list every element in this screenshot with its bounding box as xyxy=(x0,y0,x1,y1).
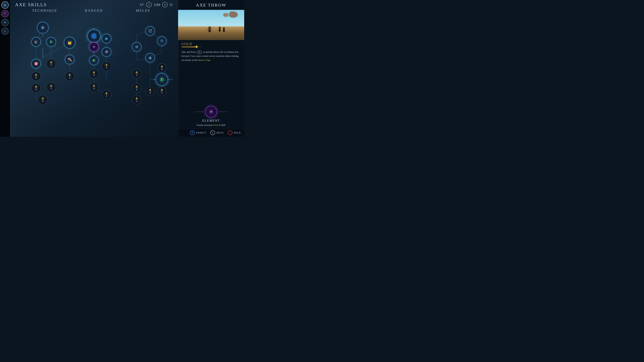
rock1 xyxy=(229,11,238,17)
skill-node-axe-tech[interactable]: 🪓 xyxy=(65,55,74,64)
skill-preview-image xyxy=(178,10,244,40)
scene-ground xyxy=(178,26,244,40)
skill-node-gear[interactable]: ⚙ xyxy=(37,22,48,33)
element-line-left xyxy=(194,112,204,112)
hammer-icon: ⊤ xyxy=(4,12,6,15)
button-l: L xyxy=(210,130,215,135)
skill-rating: GOLD xyxy=(178,40,244,49)
skill-node-locked-m6[interactable]: 🔒 5 xyxy=(132,95,142,104)
skill-node-locked-6[interactable]: 🔒 6 xyxy=(38,95,48,104)
desc-text-3: . xyxy=(210,59,211,61)
warriors-scene xyxy=(198,21,232,34)
element-row: ✳ xyxy=(194,106,229,118)
skill-node-dragon-ranged[interactable]: 🐲 xyxy=(89,56,98,65)
skill-node-wing-left[interactable]: 🦅 xyxy=(31,37,41,46)
skill-node-locked-1[interactable]: 🔒 3 xyxy=(46,59,56,68)
skill-node-locked-r3[interactable]: 🔒 4 xyxy=(89,82,98,92)
rating-bar xyxy=(182,46,202,47)
element-desc-text2: of skill. xyxy=(218,124,226,126)
skill-description: Aim and Press R1 to quickly throw the Le… xyxy=(178,49,244,104)
skill-node-locked-m1[interactable]: 🔒 3 xyxy=(132,69,142,78)
skill-node-locked-4[interactable]: 🔒 5 xyxy=(46,82,56,92)
skill-node-locked-r4[interactable]: 🔒 5 xyxy=(102,90,111,99)
shield-icon: ✕ xyxy=(4,21,6,24)
inspect-label: INSPECT xyxy=(196,131,206,134)
skill-tree-title: AXE SKILLS xyxy=(15,2,47,7)
control-move[interactable]: L MOVE xyxy=(210,130,224,135)
axe-icon: ⊗ xyxy=(4,3,6,7)
skill-node-highlighted-ranged[interactable]: ✳ xyxy=(89,42,98,52)
right-panel: AXE THROW xyxy=(178,0,244,137)
svg-point-41 xyxy=(208,29,211,32)
element-symbol: ✳ xyxy=(209,109,213,114)
skill-node-dragon-melee[interactable]: 🐉 xyxy=(156,73,168,86)
rating-fill xyxy=(182,46,196,47)
skill-node-locked-m4[interactable]: 🔒 4 xyxy=(132,83,142,93)
svg-line-44 xyxy=(210,27,212,29)
sidebar-icon-character[interactable]: ☺ xyxy=(1,27,9,35)
svg-point-45 xyxy=(219,29,221,32)
button-o: ○ xyxy=(228,130,232,135)
skill-node-trident[interactable]: ⊕ xyxy=(146,53,155,62)
skill-node-circular[interactable]: ↺ xyxy=(132,42,142,52)
button-x: ✕ xyxy=(190,130,195,135)
col-header-technique: TECHNIQUE xyxy=(20,9,70,12)
skill-node-locked-2[interactable]: 🔒 4 xyxy=(31,71,41,81)
skill-node-swirl[interactable]: 🌀 xyxy=(88,30,100,42)
skill-node-locked-m2[interactable]: 🔒 3 xyxy=(157,63,166,72)
back-label: BACK xyxy=(234,131,241,134)
element-line-right xyxy=(219,112,229,112)
button-r1: R1 xyxy=(197,51,202,54)
skill-node-feather[interactable]: 🏹 xyxy=(146,26,155,36)
xp-display: XP: ⚔ 1184 ☠ 51 xyxy=(140,2,173,7)
skill-node-crown[interactable]: 👑 xyxy=(64,37,75,48)
rating-label: GOLD xyxy=(182,42,192,46)
svg-rect-46 xyxy=(219,27,220,30)
control-back[interactable]: ○ BACK xyxy=(228,130,241,135)
desc-highlight: head or legs xyxy=(198,59,210,61)
sidebar-icon-shield[interactable]: ✕ xyxy=(1,19,9,26)
skill-node-shield-melee[interactable]: 🛡 xyxy=(157,36,166,46)
element-desc-highlight: Frost xyxy=(213,124,218,126)
rock2 xyxy=(224,13,228,16)
element-circle: ✳ xyxy=(205,106,217,118)
element-desc-text1: Greatly increases xyxy=(196,124,213,126)
skill-tree-area: AXE SKILLS XP: ⚔ 1184 ☠ 51 TECHNIQUE RAN… xyxy=(10,0,178,137)
skill-node-locked-m5[interactable]: 🔒 5 xyxy=(157,87,166,96)
skill-canvas: ⚙ 🦅 🐉 👑 xyxy=(10,14,178,133)
element-label: ELEMENT xyxy=(202,119,220,122)
skill-tree-header: AXE SKILLS XP: ⚔ 1184 ☠ 51 xyxy=(10,0,178,9)
skill-node-locked-r1[interactable]: 🔒 3 xyxy=(89,69,98,78)
control-inspect[interactable]: ✕ INSPECT xyxy=(190,130,206,135)
xp-value1: 1184 xyxy=(154,3,160,7)
svg-line-43 xyxy=(207,27,210,30)
bottom-controls: ✕ INSPECT L MOVE ○ BACK xyxy=(178,129,244,137)
skill-node-locked-r2[interactable]: 🔒 3 xyxy=(102,61,111,71)
floating-rocks xyxy=(224,11,238,20)
sidebar: ⊗ ⊤ ✕ ☺ xyxy=(0,0,10,137)
sidebar-icon-hammer[interactable]: ⊤ xyxy=(1,10,9,17)
col-header-melee: MELEE xyxy=(118,9,168,12)
rating-diamond xyxy=(195,45,198,48)
xp-value2: 51 xyxy=(170,3,173,7)
main-container: ⊗ ⊤ ✕ ☺ AXE SKILLS XP: ⚔ 1184 ☠ 51 TECHN xyxy=(0,0,244,137)
move-label: MOVE xyxy=(216,131,224,134)
xp-icon-character: ⚔ xyxy=(146,2,152,7)
sidebar-icon-axe[interactable]: ⊗ xyxy=(1,1,9,9)
skill-node-horse[interactable]: 🐉 xyxy=(46,37,56,46)
svg-rect-48 xyxy=(223,27,225,31)
skill-node-locked-3[interactable]: 🔒 3 xyxy=(65,71,74,81)
character-icon: ☺ xyxy=(3,29,6,33)
element-section: ✳ ELEMENT Greatly increases Frost of ski… xyxy=(178,104,244,129)
skill-node-locked-5[interactable]: 🔒 4 xyxy=(31,83,41,93)
svg-point-47 xyxy=(223,29,225,32)
col-header-ranged: RANGED xyxy=(70,9,119,12)
skill-node-creature-ranged[interactable]: 🦑 xyxy=(102,47,111,57)
skill-node-fish[interactable]: 🐟 xyxy=(102,34,111,43)
column-headers: TECHNIQUE RANGED MELEE xyxy=(10,9,178,12)
desc-text-1: Aim and Press xyxy=(182,51,197,53)
skill-node-arrow[interactable]: 🎯 xyxy=(31,59,41,68)
element-desc: Greatly increases Frost of skill. xyxy=(196,124,226,126)
skill-node-locked-m3[interactable]: 🔒 4 xyxy=(146,87,155,96)
xp-icon-skull: ☠ xyxy=(162,2,168,7)
